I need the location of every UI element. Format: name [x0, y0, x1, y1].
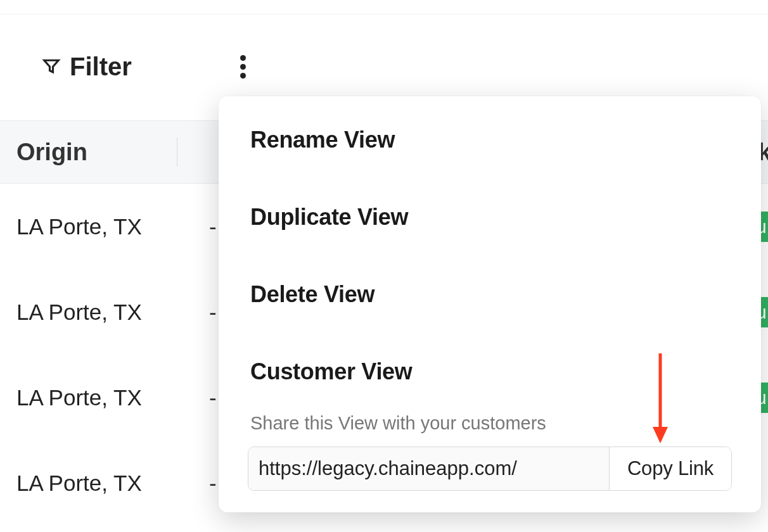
- divider: [0, 14, 768, 15]
- share-url-input[interactable]: [248, 447, 609, 490]
- cell-origin: LA Porte, TX: [0, 471, 142, 496]
- share-link-row: Copy Link: [248, 446, 732, 491]
- filter-icon: [42, 53, 70, 81]
- dot-icon: [240, 64, 246, 70]
- menu-item-duplicate[interactable]: Duplicate View: [219, 179, 761, 256]
- column-header-origin[interactable]: Origin: [0, 139, 87, 166]
- toolbar: Filter: [0, 38, 768, 95]
- menu-item-delete[interactable]: Delete View: [219, 256, 761, 333]
- cell-partial: -: [209, 385, 217, 410]
- menu-item-customer[interactable]: Customer View: [219, 333, 761, 410]
- cell-origin: LA Porte, TX: [0, 300, 142, 325]
- cell-origin: LA Porte, TX: [0, 385, 142, 410]
- copy-link-button[interactable]: Copy Link: [609, 447, 731, 490]
- cell-origin: LA Porte, TX: [0, 214, 142, 239]
- menu-item-rename[interactable]: Rename View: [219, 101, 761, 179]
- cell-partial: -: [209, 214, 217, 239]
- share-note: Share this View with your customers: [219, 410, 761, 446]
- cell-partial: -: [209, 300, 217, 325]
- filter-label: Filter: [70, 53, 132, 81]
- view-menu: Rename View Duplicate View Delete View C…: [219, 96, 761, 512]
- cell-partial: -: [209, 471, 217, 496]
- filter-button[interactable]: Filter: [42, 53, 132, 81]
- dot-icon: [240, 55, 246, 61]
- more-menu-button[interactable]: [233, 51, 253, 82]
- dot-icon: [240, 73, 246, 79]
